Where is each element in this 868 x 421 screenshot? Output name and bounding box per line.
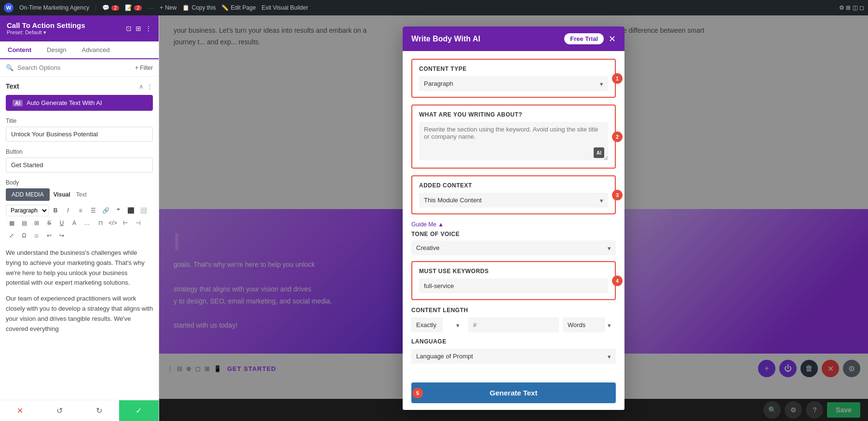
tone-select[interactable]: Creative Professional Casual [411, 240, 616, 255]
language-select[interactable]: Language of Prompt English Spanish [411, 349, 616, 364]
body-text: We understand the business's challenges … [6, 248, 153, 334]
body-section: Body ADD MEDIA Visual Text Paragraph B I… [6, 179, 153, 334]
sidebar-header: Call To Action Settings Preset: Default … [0, 15, 159, 41]
bold-button[interactable]: B [50, 205, 61, 216]
save-button[interactable]: ✓ [119, 400, 159, 421]
undo-button[interactable]: ↺ [40, 400, 79, 421]
step-4-badge: 4 [612, 276, 623, 286]
tab-design[interactable]: Design [39, 41, 74, 58]
cancel-button[interactable]: ✕ [0, 400, 40, 421]
search-bar: 🔍 + Filter [0, 59, 159, 77]
button-input[interactable] [6, 158, 153, 172]
align-justify[interactable]: ▤ [18, 217, 30, 229]
outdent-button[interactable]: ⊣ [132, 217, 144, 229]
admin-icons[interactable]: ⚙ ⊞ ◫ ◻ [839, 4, 864, 11]
modal-wrapper: Write Body With AI Free Trial ✕ Content … [403, 26, 624, 410]
ai-generate-button[interactable]: AI Auto Generate Text With AI [6, 95, 153, 111]
paragraph-select[interactable]: Paragraph [6, 205, 49, 216]
revisions-icon[interactable]: 📝 2 [125, 4, 142, 11]
text-toolbar: Paragraph B I ≡ ☰ 🔗 ❝ ⬛ ⬜ ▦ ▤ ⊞ S U A [6, 205, 153, 241]
blockquote-button[interactable]: ❝ [112, 205, 124, 216]
length-unit-select[interactable]: Words Sentences Paragraphs [563, 317, 605, 332]
comments-icon[interactable]: 💬 2 [102, 4, 119, 11]
minimize-icon[interactable]: ⊡ [126, 25, 132, 32]
sidebar-preset[interactable]: Preset: Default ▾ [7, 29, 85, 36]
main-content: your business. Let's turn your ideas int… [159, 15, 868, 421]
copy-this-button[interactable]: 📋 Copy this [182, 4, 216, 11]
ol-button[interactable]: ☰ [87, 205, 99, 216]
body-label: Body [6, 179, 153, 186]
content-type-select[interactable]: Paragraph List Essay [419, 76, 608, 91]
added-context-section: Added Context This Module Content None P… [411, 175, 616, 214]
step-2-badge: 2 [612, 132, 623, 142]
generate-text-button[interactable]: Generate Text [411, 382, 616, 403]
added-context-select[interactable]: This Module Content None Page Content [419, 193, 608, 208]
new-button[interactable]: + New [160, 4, 176, 11]
special-char-button[interactable]: Ω [18, 230, 30, 241]
title-field: Title [6, 118, 153, 142]
step-5-badge: 5 [412, 388, 423, 398]
tab-visual[interactable]: Visual [54, 191, 70, 198]
more-icon[interactable]: ⋮ [145, 25, 152, 32]
added-context-label: Added Context [419, 182, 608, 189]
link-button[interactable]: 🔗 [100, 205, 111, 216]
modal-overlay: Write Body With AI Free Trial ✕ Content … [159, 15, 868, 421]
exit-vb-button[interactable]: Exit Visual Builder [261, 4, 308, 11]
redo-button[interactable]: ↻ [80, 400, 119, 421]
wordpress-icon[interactable]: W [4, 3, 14, 13]
section-more-icon[interactable]: ⋮ [147, 83, 153, 90]
admin-bar: W On-Time Marketing Agency | 💬 2 📝 2 — +… [0, 0, 868, 15]
body-paragraph-1: We understand the business's challenges … [6, 248, 153, 288]
keywords-label: Must Use Keywords [419, 268, 608, 275]
copy-format[interactable]: ⊓ [95, 217, 106, 229]
expand-icon[interactable]: ⊞ [136, 25, 141, 32]
language-label: Language [411, 338, 616, 345]
language-section: Language Language of Prompt English Span… [411, 338, 616, 364]
collapse-icon[interactable]: ∧ [139, 83, 144, 90]
tab-advanced[interactable]: Advanced [74, 41, 118, 58]
text-color-button[interactable]: A [68, 217, 80, 229]
sidebar: Call To Action Settings Preset: Default … [0, 15, 159, 421]
align-center[interactable]: ⬜ [137, 205, 149, 216]
writing-about-textarea[interactable] [419, 122, 608, 160]
keywords-input[interactable] [419, 278, 608, 293]
redo-toolbar[interactable]: ↪ [56, 230, 68, 241]
tab-content[interactable]: Content [0, 41, 39, 59]
strikethrough-button[interactable]: S [43, 217, 55, 229]
expand-button[interactable]: ⤢ [6, 230, 17, 241]
code-button[interactable]: </> [107, 217, 119, 229]
guide-me-link[interactable]: Guide Me ▲ [411, 221, 616, 228]
indent-button[interactable]: ⊢ [120, 217, 131, 229]
content-length-section: Content Length Exactly At least At most [411, 307, 616, 332]
modal-close-button[interactable]: ✕ [609, 35, 616, 43]
title-input[interactable] [6, 127, 153, 142]
text-section-header: Text ∧ ⋮ [6, 82, 153, 90]
undo-toolbar[interactable]: ↩ [43, 230, 55, 241]
table-button[interactable]: ⊞ [31, 217, 42, 229]
align-left[interactable]: ⬛ [125, 205, 136, 216]
sidebar-tabs: Content Design Advanced [0, 41, 159, 59]
content-length-label: Content Length [411, 307, 616, 314]
tab-text[interactable]: Text [76, 191, 87, 198]
more-buttons[interactable]: … [81, 217, 93, 229]
ul-button[interactable]: ≡ [75, 205, 86, 216]
ai-button-label: Auto Generate Text With AI [27, 99, 102, 106]
site-name[interactable]: On-Time Marketing Agency [19, 4, 89, 11]
italic-button[interactable]: I [62, 205, 74, 216]
modal-header: Write Body With AI Free Trial ✕ [403, 26, 624, 51]
length-number-input[interactable] [468, 317, 559, 332]
length-type-select[interactable]: Exactly At least At most [411, 317, 443, 332]
underline-button[interactable]: U [56, 217, 68, 229]
writing-about-label: What are you writing about? [419, 111, 608, 118]
free-trial-badge[interactable]: Free Trial [564, 33, 604, 44]
search-input[interactable] [17, 64, 131, 71]
admin-bar-right: ⚙ ⊞ ◫ ◻ [839, 4, 864, 11]
filter-button[interactable]: + Filter [135, 65, 153, 71]
modal-footer: 5 Generate Text [403, 376, 624, 410]
align-right[interactable]: ▦ [6, 217, 17, 229]
button-field: Button [6, 148, 153, 172]
writing-about-section: What are you writing about? AI 2 [411, 105, 616, 169]
edit-page-button[interactable]: ✏️ Edit Page [221, 4, 256, 11]
emoji-button[interactable]: ☺ [31, 230, 42, 241]
add-media-button[interactable]: ADD MEDIA [6, 188, 50, 201]
